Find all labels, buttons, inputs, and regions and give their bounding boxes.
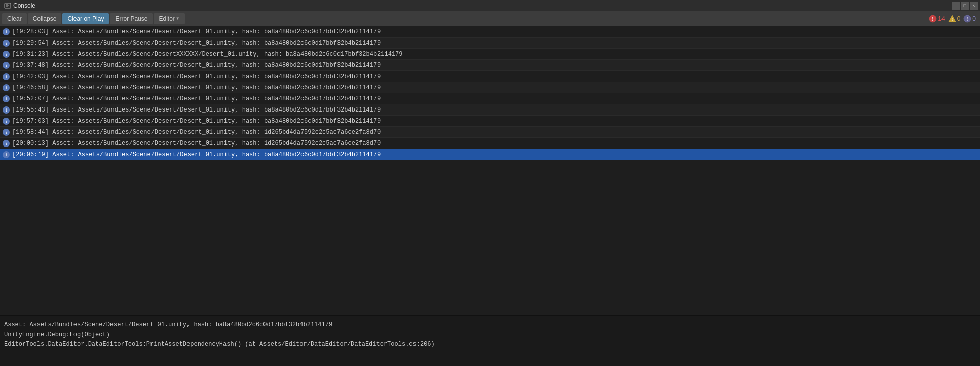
error-icon: ! xyxy=(929,15,937,23)
collapse-button[interactable]: Collapse xyxy=(28,13,62,24)
log-row[interactable]: i[19:52:07] Asset: Assets/Bundles/Scene/… xyxy=(0,93,980,104)
log-entry-text: [19:29:54] Asset: Assets/Bundles/Scene/D… xyxy=(12,40,381,47)
title-bar: Console – □ × xyxy=(0,0,980,11)
log-entry-icon: i xyxy=(2,61,10,69)
editor-button[interactable]: Editor ▼ xyxy=(154,13,184,24)
log-row[interactable]: i[19:37:48] Asset: Assets/Bundles/Scene/… xyxy=(0,60,980,71)
log-entry-icon: i xyxy=(2,95,10,103)
log-entry-text: [19:37:48] Asset: Assets/Bundles/Scene/D… xyxy=(12,62,381,69)
log-entry-text: [20:06:19] Asset: Assets/Bundles/Scene/D… xyxy=(12,151,381,158)
window-controls: – □ × xyxy=(952,0,978,11)
console-window: Console – □ × Clear Collapse Clear on Pl… xyxy=(0,0,980,366)
log-entry-icon: i xyxy=(2,72,10,81)
svg-text:!: ! xyxy=(932,16,934,22)
log-entry-text: [20:00:13] Asset: Assets/Bundles/Scene/D… xyxy=(12,140,381,147)
log-row[interactable]: i[20:06:19] Asset: Assets/Bundles/Scene/… xyxy=(0,149,980,160)
error-count: 14 xyxy=(938,15,945,22)
clear-button[interactable]: Clear xyxy=(2,13,27,24)
log-entry-icon: i xyxy=(2,151,10,159)
detail-area: Asset: Assets/Bundles/Scene/Desert/Deser… xyxy=(0,315,980,366)
svg-text:!: ! xyxy=(951,17,953,22)
minimize-button[interactable]: – xyxy=(952,2,960,10)
close-button[interactable]: × xyxy=(970,2,978,10)
clear-on-play-button[interactable]: Clear on Play xyxy=(62,13,109,24)
log-entry-text: [19:55:43] Asset: Assets/Bundles/Scene/D… xyxy=(12,106,381,114)
warning-count: 0 xyxy=(957,15,961,22)
log-entry-icon: i xyxy=(2,106,10,114)
info-icon: ! xyxy=(963,15,971,23)
log-entry-text: [19:58:44] Asset: Assets/Bundles/Scene/D… xyxy=(12,129,381,136)
log-entry-text: [19:52:07] Asset: Assets/Bundles/Scene/D… xyxy=(12,95,381,102)
log-entry-icon: i xyxy=(2,28,10,36)
log-row[interactable]: i[19:29:54] Asset: Assets/Bundles/Scene/… xyxy=(0,38,980,49)
toolbar: Clear Collapse Clear on Play Error Pause… xyxy=(0,11,980,26)
warning-icon: ! xyxy=(948,15,956,23)
log-entry-text: [19:28:03] Asset: Assets/Bundles/Scene/D… xyxy=(12,28,381,35)
log-entry-text: [19:31:23] Asset: Assets/Bundles/Scene/D… xyxy=(12,51,403,58)
log-row[interactable]: i[19:31:23] Asset: Assets/Bundles/Scene/… xyxy=(0,49,980,60)
log-entry-text: [19:46:58] Asset: Assets/Bundles/Scene/D… xyxy=(12,84,381,91)
info-count: 0 xyxy=(972,15,976,22)
detail-text: Asset: Assets/Bundles/Scene/Desert/Deser… xyxy=(4,320,976,350)
log-row[interactable]: i[19:57:03] Asset: Assets/Bundles/Scene/… xyxy=(0,116,980,127)
log-entry-icon: i xyxy=(2,84,10,92)
log-row[interactable]: i[20:00:13] Asset: Assets/Bundles/Scene/… xyxy=(0,138,980,149)
info-badge[interactable]: ! 0 xyxy=(963,15,976,23)
console-window-icon xyxy=(4,2,11,9)
warning-badge[interactable]: ! 0 xyxy=(948,15,961,23)
log-entry-text: [19:57:03] Asset: Assets/Bundles/Scene/D… xyxy=(12,118,381,125)
log-entry-text: [19:42:03] Asset: Assets/Bundles/Scene/D… xyxy=(12,73,381,80)
log-row[interactable]: i[19:28:03] Asset: Assets/Bundles/Scene/… xyxy=(0,26,980,38)
log-entry-icon: i xyxy=(2,139,10,148)
log-area[interactable]: i[19:28:03] Asset: Assets/Bundles/Scene/… xyxy=(0,26,980,315)
svg-text:!: ! xyxy=(967,16,968,22)
log-row[interactable]: i[19:55:43] Asset: Assets/Bundles/Scene/… xyxy=(0,104,980,116)
log-row[interactable]: i[19:42:03] Asset: Assets/Bundles/Scene/… xyxy=(0,71,980,82)
log-row[interactable]: i[19:46:58] Asset: Assets/Bundles/Scene/… xyxy=(0,82,980,93)
error-pause-button[interactable]: Error Pause xyxy=(110,13,153,24)
log-entry-icon: i xyxy=(2,128,10,136)
restore-button[interactable]: □ xyxy=(961,2,969,10)
log-entry-icon: i xyxy=(2,39,10,47)
log-entry-icon: i xyxy=(2,50,10,58)
editor-dropdown-arrow: ▼ xyxy=(176,16,180,21)
log-row[interactable]: i[19:58:44] Asset: Assets/Bundles/Scene/… xyxy=(0,127,980,138)
toolbar-badges: ! 14 ! 0 ! 0 xyxy=(929,11,976,26)
error-badge[interactable]: ! 14 xyxy=(929,15,945,23)
log-entry-icon: i xyxy=(2,117,10,125)
window-title: Console xyxy=(13,2,35,9)
